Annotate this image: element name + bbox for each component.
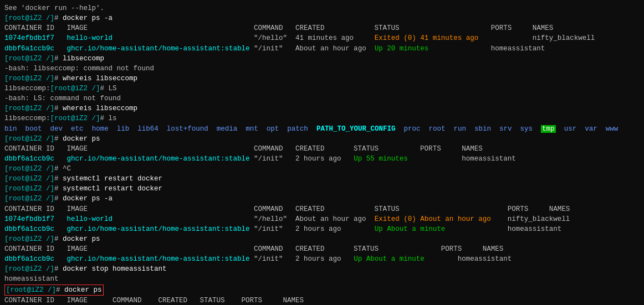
line-10: -bash: LS: command not found [4,94,640,104]
line-12: libseccomp:[root@iZ2 /]# ls [4,113,640,123]
line-9: libseccomp:[root@iZ2 /]# LS [4,84,640,94]
line-ls: bin boot dev etc home lib lib64 lost+fou… [4,124,640,134]
line-2: [root@iZ2 /]# docker ps -a [4,13,640,23]
line-27: [root@iZ2 /]# docker stop homeassistant [4,264,640,274]
terminal: See 'docker run --help'. [root@iZ2 /]# d… [0,0,644,305]
line-20: [root@iZ2 /]# docker ps -a [4,194,640,204]
line-22: 1074efbdb1f7 hello-world "/hello" About … [4,214,640,224]
line-14: [root@iZ2 /]# docker ps [4,134,640,144]
line-26: dbbf6a1ccb9c ghcr.io/home-assistant/home… [4,254,640,264]
line-19: [root@iZ2 /]# systemctl restart docker [4,184,640,194]
line-6: [root@iZ2 /]# libseccomp [4,54,640,64]
line-7: -bash: libseccomp: command not found [4,64,640,74]
line-1: See 'docker run --help'. [4,3,640,13]
line-18: [root@iZ2 /]# systemctl restart docker [4,174,640,184]
line-15: CONTAINER ID IMAGE COMMAND CREATED STATU… [4,144,640,154]
line-5: dbbf6a1ccb9c ghcr.io/home-assistant/home… [4,44,640,54]
line-30: CONTAINER ID IMAGE COMMAND CREATED STATU… [4,296,640,305]
line-23: dbbf6a1ccb9c ghcr.io/home-assistant/home… [4,224,640,234]
line-25: CONTAINER ID IMAGE COMMAND CREATED STATU… [4,244,640,254]
line-16: dbbf6a1ccb9c ghcr.io/home-assistant/home… [4,154,640,164]
line-29: [root@iZ2 /]# docker ps [4,285,640,296]
line-21: CONTAINER ID IMAGE COMMAND CREATED STATU… [4,204,640,214]
line-11: [root@iZ2 /]# whereis libseccomp [4,104,640,113]
line-3: CONTAINER ID IMAGE COMMAND CREATED STATU… [4,23,640,33]
line-17: [root@iZ2 /]# ^C [4,164,640,174]
line-8: [root@iZ2 /]# whereis libseccomp [4,74,640,84]
line-4: 1074efbdb1f7 hello-world "/hello" 41 min… [4,33,640,43]
line-24: [root@iZ2 /]# docker ps [4,234,640,244]
line-28: homeassistant [4,274,640,284]
